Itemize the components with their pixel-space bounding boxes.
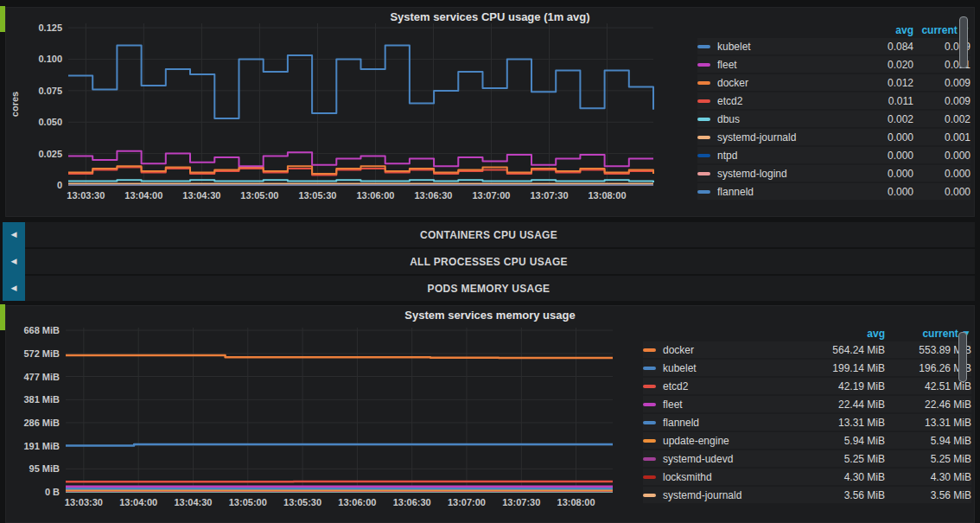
- legend-row: dbus 0.002 0.002: [697, 111, 970, 127]
- series-line-kubelet[interactable]: [68, 46, 653, 118]
- series-line-docker[interactable]: [66, 355, 613, 358]
- legend-header: avg current ▼: [643, 327, 971, 340]
- memory-row-tab[interactable]: [0, 304, 5, 330]
- cpu-chart[interactable]: 00.0250.0500.0750.1000.12513:03:3013:04:…: [6, 8, 671, 218]
- expand-row-icon[interactable]: ◀: [3, 276, 25, 301]
- series-color-swatch[interactable]: [697, 63, 710, 67]
- series-color-swatch[interactable]: [643, 348, 656, 352]
- legend-series-name[interactable]: fleet: [717, 59, 865, 71]
- series-color-swatch[interactable]: [643, 367, 656, 370]
- y-axis-tick: 0.025: [38, 149, 62, 159]
- legend-sort-avg[interactable]: avg: [865, 24, 913, 36]
- series-color-swatch[interactable]: [697, 99, 710, 103]
- collapsed-row-title: ALL PROCESSES CPU USAGE: [410, 256, 568, 268]
- legend-row: systemd-udevd 5.25 MiB 5.25 MiB: [643, 450, 971, 467]
- legend-current-value: 42.51 MiB: [885, 380, 971, 392]
- legend-series-name[interactable]: flanneld: [717, 186, 865, 198]
- legend-series-name[interactable]: flanneld: [663, 417, 802, 429]
- cpu-legend-scrollbar[interactable]: [959, 16, 968, 68]
- y-axis-tick: 191 MiB: [23, 441, 60, 451]
- series-color-swatch[interactable]: [697, 45, 710, 48]
- series-color-swatch[interactable]: [697, 118, 710, 121]
- expand-row-icon[interactable]: ◀: [3, 249, 25, 274]
- legend-series-name[interactable]: systemd-udevd: [663, 453, 802, 465]
- legend-current-value: 22.46 MiB: [885, 399, 971, 411]
- expand-row-icon[interactable]: ◀: [3, 222, 25, 247]
- cpu-panel-title[interactable]: System services CPU usage (1m avg): [6, 10, 974, 23]
- series-color-swatch[interactable]: [643, 385, 656, 388]
- series-color-swatch[interactable]: [643, 403, 656, 406]
- legend-avg-value: 0.020: [865, 59, 913, 71]
- legend-avg-value: 0.012: [865, 77, 913, 89]
- legend-series-name[interactable]: docker: [663, 344, 802, 356]
- collapsed-row-pods-memory[interactable]: PODS MEMORY USAGE: [3, 276, 975, 301]
- legend-row: docker 0.012 0.009: [697, 74, 970, 91]
- legend-series-name[interactable]: etcd2: [717, 95, 865, 107]
- x-axis-tick: 13:04:00: [124, 190, 162, 201]
- y-axis-tick: 668 MiB: [23, 325, 60, 335]
- y-axis-tick: 286 MiB: [23, 418, 60, 428]
- y-axis-tick: 0.050: [38, 117, 62, 127]
- memory-legend-scrollbar[interactable]: [958, 332, 967, 382]
- legend-series-name[interactable]: locksmithd: [663, 471, 802, 483]
- x-axis-tick: 13:04:30: [174, 497, 212, 507]
- series-color-swatch[interactable]: [643, 421, 656, 424]
- legend-series-name[interactable]: fleet: [663, 399, 802, 411]
- legend-series-name[interactable]: systemd-logind: [717, 168, 865, 180]
- legend-avg-value: 13.31 MiB: [802, 417, 885, 429]
- legend-series-name[interactable]: systemd-journald: [663, 489, 802, 501]
- series-color-swatch[interactable]: [643, 439, 656, 443]
- legend-current-value: 4.30 MiB: [885, 471, 971, 483]
- legend-sort-avg[interactable]: avg: [802, 328, 885, 340]
- legend-series-name[interactable]: systemd-journald: [717, 131, 865, 144]
- x-axis-tick: 13:08:00: [557, 497, 595, 507]
- legend-row: flanneld 13.31 MiB 13.31 MiB: [643, 414, 971, 431]
- series-line-kubelet[interactable]: [66, 444, 613, 445]
- series-color-swatch[interactable]: [643, 457, 656, 461]
- series-line-dbus[interactable]: [68, 180, 653, 182]
- legend-row: systemd-journald 3.56 MiB 3.56 MiB: [643, 487, 971, 503]
- x-axis-tick: 13:08:00: [588, 190, 626, 201]
- collapsed-row-containers-cpu[interactable]: CONTAINERS CPU USAGE: [3, 222, 975, 247]
- collapsed-rows-strip: ◀ ◀ ◀: [3, 222, 25, 301]
- x-axis-tick: 13:04:30: [182, 190, 220, 201]
- legend-row: kubelet 0.084 0.089: [697, 38, 970, 54]
- collapsed-row-title: CONTAINERS CPU USAGE: [420, 229, 557, 241]
- x-axis-tick: 13:05:00: [240, 190, 278, 201]
- legend-series-name[interactable]: ntpd: [717, 150, 865, 162]
- legend-series-name[interactable]: kubelet: [717, 41, 865, 53]
- memory-legend: avg current ▼ docker 564.24 MiB 553.89 M…: [630, 327, 971, 505]
- legend-avg-value: 0.000: [865, 186, 913, 198]
- legend-avg-value: 0.000: [865, 168, 913, 180]
- collapsed-row-all-processes-cpu[interactable]: ALL PROCESSES CPU USAGE: [3, 249, 975, 274]
- legend-row: etcd2 42.19 MiB 42.51 MiB: [643, 378, 971, 394]
- legend-current-value: 5.94 MiB: [885, 435, 971, 447]
- series-color-swatch[interactable]: [643, 475, 656, 479]
- series-color-swatch[interactable]: [697, 81, 710, 85]
- legend-series-name[interactable]: dbus: [717, 113, 865, 125]
- x-axis-tick: 13:04:00: [119, 497, 157, 507]
- series-color-swatch[interactable]: [697, 172, 710, 175]
- legend-series-name[interactable]: update-engine: [663, 435, 802, 447]
- y-axis-label: cores: [10, 92, 20, 117]
- legend-avg-value: 0.002: [865, 113, 913, 125]
- legend-avg-value: 3.56 MiB: [802, 489, 885, 501]
- legend-current-value: 13.31 MiB: [885, 417, 971, 429]
- memory-panel-title[interactable]: System services memory usage: [6, 309, 974, 322]
- x-axis-tick: 13:06:30: [393, 497, 431, 507]
- collapsed-row-title: PODS MEMORY USAGE: [428, 283, 550, 295]
- y-axis-tick: 95 MiB: [29, 463, 60, 474]
- cpu-row-tab[interactable]: [0, 6, 5, 32]
- panel-memory-usage: System services memory usage 0 B95 MiB19…: [5, 305, 975, 523]
- memory-chart[interactable]: 0 B95 MiB191 MiB286 MiB381 MiB477 MiB572…: [6, 306, 624, 523]
- legend-series-name[interactable]: docker: [717, 77, 865, 89]
- legend-series-name[interactable]: kubelet: [663, 362, 802, 374]
- y-axis-tick: 572 MiB: [23, 348, 60, 359]
- legend-avg-value: 5.25 MiB: [802, 453, 885, 465]
- legend-series-name[interactable]: etcd2: [663, 380, 802, 392]
- legend-avg-value: 22.44 MiB: [802, 399, 885, 411]
- series-color-swatch[interactable]: [643, 494, 656, 497]
- series-color-swatch[interactable]: [697, 154, 710, 157]
- series-color-swatch[interactable]: [697, 190, 710, 194]
- series-color-swatch[interactable]: [697, 136, 710, 139]
